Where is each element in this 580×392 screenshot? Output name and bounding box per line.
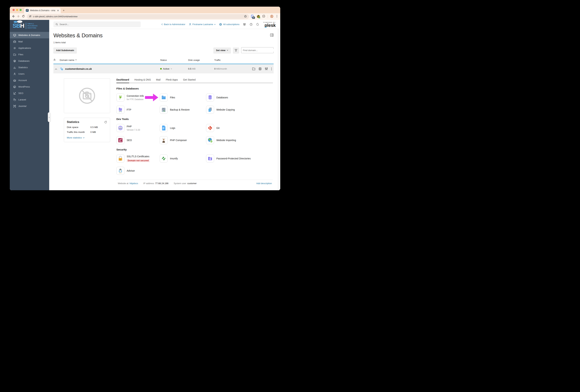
statistics-title: Statistics (67, 120, 79, 124)
collapse-row-icon[interactable] (53, 67, 60, 71)
collapse-all-icon[interactable] (53, 59, 60, 62)
sidebar-item-statistics[interactable]: Statistics (10, 64, 49, 71)
refresh-icon[interactable] (104, 121, 107, 124)
tab-plesk-apps[interactable]: Plesk Apps (166, 78, 178, 83)
settings-sliders-icon[interactable] (265, 67, 268, 70)
item-advisor[interactable]: Advisor (116, 167, 160, 175)
databases-icon[interactable] (259, 67, 262, 71)
column-domain-name[interactable]: Domain name (60, 59, 160, 61)
sidebar: SBH SMALL BUSINESS HOSTING Websites & Do… (10, 20, 49, 190)
item-label: Imunify (170, 157, 178, 160)
page-content: Websites & Domains 1 items total Add Sub… (49, 29, 280, 190)
sidebar-item-seo[interactable]: SEO (10, 90, 49, 97)
browser-menu-kebab-icon[interactable] (276, 15, 278, 18)
item-website-copying[interactable]: Website Copying (206, 106, 273, 114)
item-php[interactable]: php PHP Version 7.3.33 (116, 124, 160, 132)
browser-tab[interactable]: P Websites & Domains - smallbu ✕ (24, 8, 61, 13)
item-label: Git (216, 126, 220, 130)
domain-status[interactable]: Active (160, 68, 188, 70)
httpdocs-link[interactable]: httpdocs (130, 182, 138, 185)
bookmark-star-icon[interactable] (244, 15, 247, 18)
chevron-left-icon (161, 23, 163, 25)
item-label: SSL/TLS Certificates (127, 155, 150, 158)
forward-icon[interactable] (17, 15, 20, 18)
close-tab-icon[interactable]: ✕ (57, 9, 59, 12)
new-tab-button[interactable]: + (63, 9, 65, 12)
all-subscriptions-link[interactable]: All subscriptions (219, 23, 239, 26)
user-menu[interactable]: Firstname Lastname (189, 23, 216, 26)
seo-chart-icon (116, 136, 124, 144)
wordpress-icon (13, 86, 16, 88)
bookmarks-extension-icon[interactable]: 9+ (251, 15, 255, 18)
site-preview-card[interactable] (64, 78, 110, 113)
sidebar-item-label: Laravel (18, 98, 26, 101)
tab-get-started[interactable]: Get Started (183, 78, 196, 83)
browser-profile-icon[interactable] (270, 15, 274, 19)
domain-tabs: Dashboard Hosting & DNS Mail Plesk Apps … (116, 78, 273, 83)
tab-hosting-dns[interactable]: Hosting & DNS (134, 78, 151, 83)
close-window-button[interactable] (12, 9, 15, 11)
item-ssl-tls-certificates[interactable]: SSL/TLS Certificates Domain not secured (116, 155, 160, 163)
sidebar-item-mail[interactable]: Mail (10, 38, 49, 45)
add-subdomain-button[interactable]: Add Subdomain (53, 47, 77, 53)
kebab-menu-icon[interactable] (271, 68, 272, 70)
logo-letter-h: H (20, 22, 24, 29)
item-git[interactable]: Git (206, 124, 273, 132)
tab-title: Websites & Domains - smallbu (30, 9, 55, 12)
sidebar-item-account[interactable]: Account (10, 77, 49, 84)
address-bar[interactable]: c-sbh-plesk1.sbhdns.com:8443/smb/web/vie… (27, 14, 249, 19)
filter-button[interactable] (233, 47, 239, 53)
find-domain-input[interactable] (243, 49, 274, 52)
item-files[interactable]: Files (160, 94, 206, 101)
item-imunify[interactable]: Imunify (160, 155, 206, 163)
sidebar-item-applications[interactable]: Applications (10, 45, 49, 51)
sidebar-item-wordpress[interactable]: WordPress (10, 84, 49, 90)
files-icon[interactable] (252, 68, 255, 70)
sidebar-item-files[interactable]: Files (10, 51, 49, 58)
search-input[interactable] (59, 23, 139, 26)
item-ftp[interactable]: FTP (116, 106, 160, 114)
domain-row: customerdomain.co.uk Active 0.5 MB 0 MB/… (53, 64, 274, 73)
zoom-window-button[interactable] (19, 9, 22, 11)
item-seo[interactable]: SEO (116, 136, 160, 144)
minimize-window-button[interactable] (16, 9, 18, 11)
extension-avatar-icon[interactable] (257, 15, 260, 18)
extensions-puzzle-icon[interactable] (262, 15, 265, 18)
more-statistics-link[interactable]: More statistics (67, 136, 107, 139)
tab-mail[interactable]: Mail (156, 78, 160, 83)
dark-mode-moon-icon[interactable] (256, 23, 259, 26)
scrollbar-track[interactable] (278, 29, 280, 190)
global-search[interactable] (53, 21, 141, 27)
back-to-administrator-link[interactable]: Back to Administrator (161, 23, 185, 26)
domain-favicon (60, 67, 63, 71)
item-databases[interactable]: Databases (206, 94, 273, 101)
sidebar-item-joomla[interactable]: Joomla! (10, 103, 49, 109)
sidebar-item-users[interactable]: Users (10, 71, 49, 77)
plesk-wordmark: plesk (265, 23, 276, 27)
mascot-owl-icon[interactable] (243, 23, 246, 26)
back-icon[interactable] (12, 15, 15, 18)
item-label: Website Importing (216, 139, 236, 142)
item-logs[interactable]: Logs (160, 124, 206, 132)
reload-icon[interactable] (22, 15, 25, 18)
sidebar-item-laravel[interactable]: Laravel (10, 97, 49, 103)
add-description-link[interactable]: Add description (256, 182, 272, 185)
column-traffic[interactable]: Traffic (214, 59, 249, 61)
collapse-panel-icon[interactable] (270, 33, 274, 37)
item-password-protected-directories[interactable]: Password-Protected Directories (206, 155, 273, 163)
item-php-composer[interactable]: PHP Composer (160, 136, 206, 144)
no-screenshot-icon (77, 85, 98, 106)
plesk-favicon: P (26, 9, 29, 12)
item-backup-restore[interactable]: Backup & Restore (160, 106, 206, 114)
tab-dashboard[interactable]: Dashboard (116, 78, 129, 83)
item-website-importing[interactable]: Website Importing (206, 136, 273, 144)
set-view-button[interactable]: Set view (213, 47, 231, 53)
column-disk-usage[interactable]: Disk usage (188, 59, 214, 61)
sidebar-item-websites-domains[interactable]: Websites & Domains (10, 32, 49, 38)
site-info-icon[interactable] (29, 15, 32, 18)
sidebar-item-databases[interactable]: Databases (10, 58, 49, 64)
help-icon[interactable] (250, 23, 253, 26)
column-status[interactable]: Status (160, 59, 188, 61)
stat-row: Disk space 0.5 MB (67, 126, 107, 128)
domain-name-link[interactable]: customerdomain.co.uk (65, 68, 92, 70)
